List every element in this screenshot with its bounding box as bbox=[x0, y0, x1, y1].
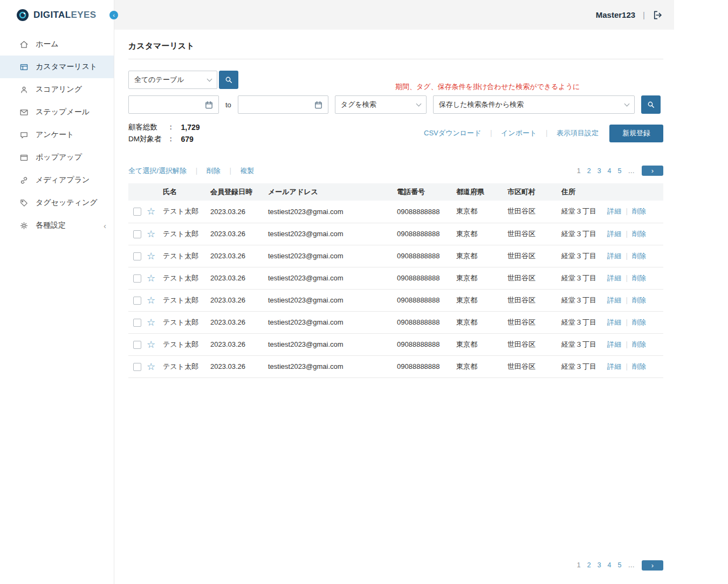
table-select[interactable]: 全てのテーブル bbox=[128, 71, 217, 89]
scoring-icon bbox=[19, 85, 29, 94]
csv-download-link[interactable]: CSVダウンロード bbox=[424, 128, 481, 138]
customer-table: 氏名 会員登録日時 メールアドレス 電話番号 都道府県 市区町村 住所 ☆ テス… bbox=[128, 183, 663, 378]
duplicate-link[interactable]: 複製 bbox=[240, 166, 254, 176]
row-delete-link[interactable]: 削除 bbox=[632, 340, 646, 348]
sidebar-item-customer-list[interactable]: カスタマーリスト bbox=[0, 56, 114, 78]
row-detail-link[interactable]: 詳細 bbox=[607, 296, 621, 304]
tag-select[interactable]: タグを検索 bbox=[335, 95, 427, 114]
star-icon[interactable]: ☆ bbox=[147, 273, 155, 284]
page-title: カスタマーリスト bbox=[128, 41, 663, 51]
row-delete-link[interactable]: 削除 bbox=[632, 252, 646, 260]
row-detail-link[interactable]: 詳細 bbox=[607, 274, 621, 282]
select-all-link[interactable]: 全て選択/選択解除 bbox=[128, 166, 187, 176]
row-checkbox[interactable] bbox=[133, 341, 141, 349]
date-from-input[interactable] bbox=[128, 95, 219, 114]
page-4[interactable]: 4 bbox=[608, 561, 612, 569]
row-delete-link[interactable]: 削除 bbox=[632, 362, 646, 370]
gear-icon bbox=[19, 221, 29, 230]
page-5[interactable]: 5 bbox=[618, 561, 622, 569]
cell-city: 世田谷区 bbox=[507, 355, 561, 377]
row-detail-link[interactable]: 詳細 bbox=[607, 318, 621, 326]
star-icon[interactable]: ☆ bbox=[147, 229, 155, 239]
sidebar-item-tag-setting[interactable]: タグセッティング bbox=[0, 191, 114, 214]
row-checkbox[interactable] bbox=[133, 274, 141, 283]
cell-phone: 09088888888 bbox=[397, 267, 456, 289]
star-icon[interactable]: ☆ bbox=[147, 295, 155, 306]
sidebar-collapse-button[interactable]: ‹ bbox=[109, 11, 118, 19]
cell-email: testiest2023@gmai.com bbox=[268, 267, 397, 289]
table-search-button[interactable] bbox=[219, 71, 238, 89]
sidebar-item-media-plan[interactable]: メディアプラン bbox=[0, 169, 114, 191]
header-phone: 電話番号 bbox=[397, 183, 456, 201]
sidebar-item-step-mail[interactable]: ステップメール bbox=[0, 101, 114, 123]
row-checkbox[interactable] bbox=[133, 252, 141, 260]
row-checkbox[interactable] bbox=[133, 363, 141, 371]
star-icon[interactable]: ☆ bbox=[147, 206, 155, 217]
star-icon[interactable]: ☆ bbox=[147, 251, 155, 262]
new-registration-button[interactable]: 新規登録 bbox=[609, 125, 663, 142]
row-delete-link[interactable]: 削除 bbox=[632, 318, 646, 326]
page-5[interactable]: 5 bbox=[618, 167, 622, 175]
cell-phone: 09088888888 bbox=[397, 245, 456, 267]
row-delete-link[interactable]: 削除 bbox=[632, 230, 646, 238]
filter-search-button[interactable] bbox=[641, 95, 661, 114]
bulk-delete-link[interactable]: 削除 bbox=[207, 166, 221, 176]
star-icon[interactable]: ☆ bbox=[147, 317, 155, 328]
logout-button[interactable] bbox=[653, 10, 663, 20]
header-star-col bbox=[147, 183, 163, 201]
sidebar-item-label: メディアプラン bbox=[36, 175, 90, 185]
header-city: 市区町村 bbox=[507, 183, 561, 201]
row-checkbox[interactable] bbox=[133, 208, 141, 216]
page-2[interactable]: 2 bbox=[587, 167, 591, 175]
display-settings-link[interactable]: 表示項目設定 bbox=[557, 128, 599, 138]
row-checkbox[interactable] bbox=[133, 319, 141, 327]
cell-prefecture: 東京都 bbox=[456, 223, 507, 245]
row-checkbox[interactable] bbox=[133, 297, 141, 305]
cell-phone: 09088888888 bbox=[397, 223, 456, 245]
saved-search-select[interactable]: 保存した検索条件から検索 bbox=[433, 95, 635, 114]
pagination-ellipsis: … bbox=[628, 167, 636, 175]
table-select-value: 全てのテーブル bbox=[134, 75, 184, 85]
row-detail-link[interactable]: 詳細 bbox=[607, 362, 621, 370]
page-1[interactable]: 1 bbox=[577, 167, 581, 175]
page-2[interactable]: 2 bbox=[587, 561, 591, 569]
row-delete-link[interactable]: 削除 bbox=[632, 207, 646, 215]
cell-registration-date: 2023.03.26 bbox=[210, 333, 268, 355]
pagination-bottom: 12345…› bbox=[577, 560, 663, 571]
page-1[interactable]: 1 bbox=[577, 561, 581, 569]
sidebar-item-settings[interactable]: 各種設定‹ bbox=[0, 214, 114, 237]
row-detail-link[interactable]: 詳細 bbox=[607, 340, 621, 348]
pagination-next-button[interactable]: › bbox=[642, 560, 663, 571]
date-to-input[interactable] bbox=[238, 95, 328, 114]
row-detail-link[interactable]: 詳細 bbox=[607, 230, 621, 238]
sidebar-item-survey[interactable]: アンケート bbox=[0, 123, 114, 146]
cell-address: 経堂３丁目 bbox=[561, 267, 607, 289]
table-row: ☆ テスト太郎 2023.03.26 testiest2023@gmai.com… bbox=[128, 223, 663, 245]
row-delete-link[interactable]: 削除 bbox=[632, 274, 646, 282]
row-detail-link[interactable]: 詳細 bbox=[607, 252, 621, 260]
page-3[interactable]: 3 bbox=[597, 167, 601, 175]
import-link[interactable]: インポート bbox=[501, 128, 537, 138]
cell-email: testiest2023@gmai.com bbox=[268, 355, 397, 377]
page-3[interactable]: 3 bbox=[597, 561, 601, 569]
sidebar-item-scoring[interactable]: スコアリング bbox=[0, 78, 114, 101]
pagination-next-button[interactable]: › bbox=[642, 166, 663, 176]
brand-logo-icon bbox=[16, 9, 29, 22]
row-delete-link[interactable]: 削除 bbox=[632, 296, 646, 304]
table-row: ☆ テスト太郎 2023.03.26 testiest2023@gmai.com… bbox=[128, 311, 663, 333]
row-checkbox[interactable] bbox=[133, 230, 141, 238]
star-icon[interactable]: ☆ bbox=[147, 361, 155, 372]
star-icon[interactable]: ☆ bbox=[147, 339, 155, 350]
customer-table-body: ☆ テスト太郎 2023.03.26 testiest2023@gmai.com… bbox=[128, 201, 663, 377]
saved-search-select-value: 保存した検索条件から検索 bbox=[439, 100, 524, 109]
row-action-separator: ｜ bbox=[623, 274, 630, 282]
cell-email: testiest2023@gmai.com bbox=[268, 223, 397, 245]
header-prefecture: 都道府県 bbox=[456, 183, 507, 201]
sidebar-item-popup[interactable]: ポップアップ bbox=[0, 146, 114, 169]
page-4[interactable]: 4 bbox=[608, 167, 612, 175]
table-row: ☆ テスト太郎 2023.03.26 testiest2023@gmai.com… bbox=[128, 333, 663, 355]
row-detail-link[interactable]: 詳細 bbox=[607, 207, 621, 215]
dm-targets-value: 679 bbox=[181, 135, 194, 143]
sidebar-item-home[interactable]: ホーム bbox=[0, 33, 114, 56]
search-icon bbox=[647, 100, 655, 109]
